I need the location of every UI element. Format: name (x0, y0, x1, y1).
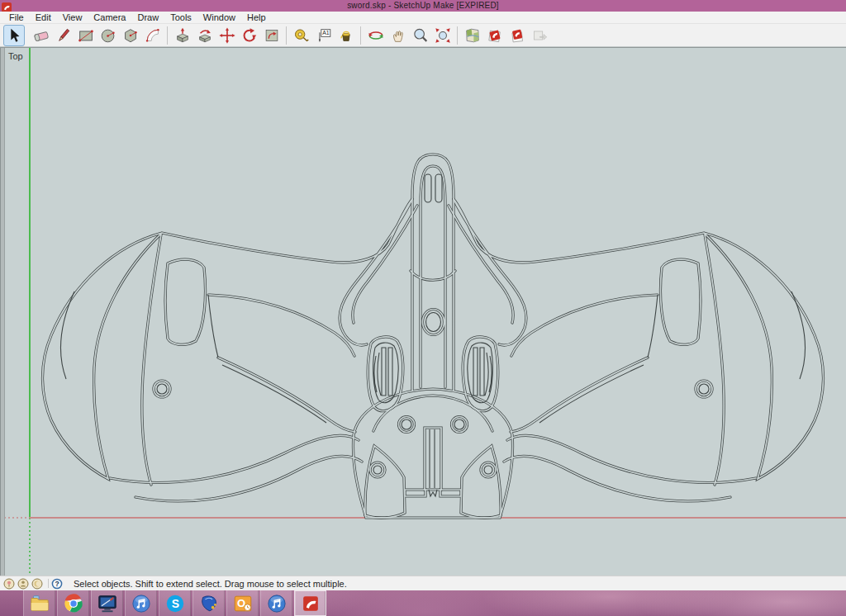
orbit-tool-button[interactable] (365, 25, 387, 46)
model-canvas[interactable] (0, 48, 846, 576)
toolbar-separator (167, 26, 168, 45)
zoom-extents-tool-button[interactable] (432, 25, 454, 46)
move-tool-button[interactable] (216, 25, 238, 46)
share-model-icon (508, 26, 526, 45)
arc-icon (144, 26, 162, 45)
menu-edit[interactable]: Edit (30, 12, 57, 22)
svg-text:?: ? (55, 580, 59, 588)
geolocation-status-icon[interactable] (3, 578, 15, 590)
circle-tool-button[interactable] (97, 25, 119, 46)
select-tool-button[interactable] (3, 25, 25, 46)
share-model-button[interactable] (506, 25, 528, 46)
itunes-icon (131, 593, 152, 614)
push-pull-tool-button[interactable] (172, 25, 193, 46)
polygon-icon (121, 26, 140, 45)
taskbar: S O (0, 590, 846, 616)
taskbar-paint-app-button[interactable] (91, 590, 123, 616)
rectangle-tool-button[interactable] (75, 25, 97, 46)
pan-hand-icon (389, 26, 407, 45)
extension-warehouse-button[interactable] (529, 25, 550, 46)
status-message: Select objects. Shift to extend select. … (74, 579, 347, 589)
move-icon (218, 26, 236, 45)
skype-icon: S (164, 593, 186, 614)
view-label: Top (8, 51, 23, 61)
toolbar-separator (457, 26, 458, 45)
taskbar-skype-button[interactable]: S (159, 590, 191, 616)
sketchup-logo-icon (2, 1, 12, 11)
taskbar-blue-app-button[interactable] (192, 590, 225, 616)
offset-tool-button[interactable] (261, 25, 283, 46)
orbit-icon (367, 26, 385, 45)
title-bar[interactable]: sword.skp - SketchUp Make [EXPIRED] (0, 0, 846, 12)
menu-window[interactable]: Window (197, 12, 241, 22)
taskbar-outlook-button[interactable]: O (226, 590, 259, 616)
menu-camera[interactable]: Camera (88, 12, 131, 22)
rotate-icon (240, 26, 259, 45)
map-icon (463, 26, 482, 45)
select-arrow-icon (5, 26, 23, 45)
menu-view[interactable]: View (57, 12, 88, 22)
svg-text:A1: A1 (322, 30, 330, 36)
pan-tool-button[interactable] (387, 25, 409, 46)
text-icon: A1 (315, 26, 333, 45)
paint-bucket-icon (337, 26, 355, 45)
taskbar-itunes-button[interactable] (125, 590, 157, 616)
offset-icon (263, 26, 281, 45)
taskbar-sketchup-button[interactable] (294, 590, 326, 616)
signin-status-icon[interactable] (31, 578, 43, 590)
menu-tools[interactable]: Tools (164, 12, 197, 22)
tape-measure-icon (292, 26, 311, 45)
rotate-tool-button[interactable] (239, 25, 260, 46)
help-icon[interactable]: ? (51, 578, 63, 590)
add-location-button[interactable] (462, 25, 483, 46)
outlook-icon: O (232, 593, 254, 614)
toolbar-separator (360, 26, 361, 45)
sword-guard-wireframe[interactable] (42, 154, 823, 518)
status-bar: ? Select objects. Shift to extend select… (0, 576, 846, 590)
polygon-tool-button[interactable] (120, 25, 141, 46)
taskbar-chrome-button[interactable] (57, 590, 89, 616)
credits-status-icon[interactable] (17, 578, 29, 590)
taskbar-file-explorer-button[interactable] (23, 590, 55, 616)
zoom-extents-icon (434, 26, 452, 45)
rectangle-icon (77, 26, 95, 45)
taskbar-media-player-button[interactable] (260, 590, 292, 616)
toolbar: A1 (0, 24, 846, 47)
warehouse-disabled-icon (530, 26, 549, 45)
eraser-icon (32, 26, 50, 45)
line-tool-button[interactable] (53, 25, 74, 46)
push-pull-icon (173, 26, 192, 45)
tape-measure-tool-button[interactable] (291, 25, 312, 46)
statusbar-separator (48, 579, 49, 588)
blue-app-icon (198, 593, 220, 614)
follow-me-icon (196, 26, 214, 45)
text-tool-button[interactable]: A1 (313, 25, 335, 46)
menu-help[interactable]: Help (241, 12, 272, 22)
menu-draw[interactable]: Draw (131, 12, 164, 22)
pencil-icon (55, 26, 73, 45)
arc-tool-button[interactable] (142, 25, 164, 46)
file-explorer-icon (29, 593, 50, 614)
model-viewport[interactable]: Top (0, 47, 846, 576)
zoom-tool-button[interactable] (410, 25, 431, 46)
get-models-icon (486, 26, 504, 45)
zoom-icon (411, 26, 430, 45)
menu-bar: File Edit View Camera Draw Tools Window … (0, 12, 846, 24)
sketchup-taskbar-icon (300, 593, 321, 614)
get-models-button[interactable] (484, 25, 506, 46)
sketchup-window: sword.skp - SketchUp Make [EXPIRED] File… (0, 0, 846, 616)
paint-bucket-tool-button[interactable] (335, 25, 357, 46)
circle-icon (99, 26, 117, 45)
chrome-icon (63, 593, 84, 614)
toolbar-separator (286, 26, 287, 45)
viewport-left-edge (0, 48, 5, 576)
menu-file[interactable]: File (3, 12, 30, 22)
window-title: sword.skp - SketchUp Make [EXPIRED] (0, 0, 846, 12)
paint-app-icon (97, 593, 118, 614)
eraser-tool-button[interactable] (31, 25, 52, 46)
follow-me-tool-button[interactable] (194, 25, 216, 46)
svg-text:S: S (171, 597, 178, 610)
media-player-icon (266, 593, 288, 614)
